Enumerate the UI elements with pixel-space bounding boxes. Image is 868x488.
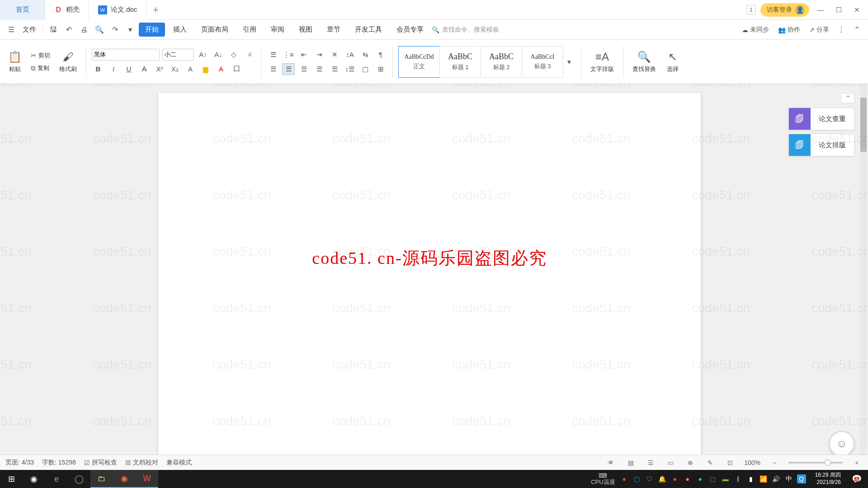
vertical-scrollbar[interactable] xyxy=(860,84,867,470)
battery-icon[interactable]: ▮ xyxy=(746,474,755,483)
file-menu[interactable]: 文件 xyxy=(20,25,39,34)
text-layout-button[interactable]: ≡A文字排版 xyxy=(587,49,618,75)
maximize-button[interactable]: ☐ xyxy=(832,3,845,17)
phonetic-icon[interactable]: ㄨ xyxy=(243,49,255,61)
taskbar-clock[interactable]: 16:29 周四 2021/8/26 xyxy=(811,472,845,486)
dropdown-icon[interactable]: ▾ xyxy=(123,23,137,37)
sync-status[interactable]: ☁未同步 xyxy=(738,26,773,34)
strikethrough-icon[interactable]: A̶ xyxy=(138,63,151,75)
tray-icon[interactable]: ● xyxy=(696,474,705,483)
minimize-button[interactable]: — xyxy=(814,3,827,17)
ime-indicator[interactable]: 中 xyxy=(784,474,793,483)
tray-icon[interactable]: ▬ xyxy=(721,474,730,483)
text-direction-icon[interactable]: ↕A xyxy=(344,49,356,61)
distribute-icon[interactable]: ☰ xyxy=(328,63,341,75)
volume-icon[interactable]: 🔊 xyxy=(772,474,781,483)
justify-icon[interactable]: ☰ xyxy=(313,63,326,75)
tray-icon[interactable]: ● xyxy=(670,474,679,483)
spellcheck-toggle[interactable]: ☑ 拼写检查 xyxy=(84,459,117,467)
text-effect-icon[interactable]: A xyxy=(184,63,197,75)
font-color-icon[interactable]: A xyxy=(215,63,227,75)
paste-button[interactable]: 📋 粘贴 xyxy=(5,49,25,75)
grow-font-icon[interactable]: A↑ xyxy=(197,49,209,61)
menu-devtools[interactable]: 开发工具 xyxy=(349,23,388,37)
align-center-icon[interactable]: ☰ xyxy=(282,63,295,75)
select-button[interactable]: ↖选择 xyxy=(663,49,682,75)
subscript-icon[interactable]: X₂ xyxy=(169,63,181,75)
style-body[interactable]: AaBbCcDd正文 xyxy=(398,46,440,78)
notifications-icon[interactable]: 🔔 xyxy=(658,474,667,483)
tray-icon[interactable]: 🛡 xyxy=(645,474,654,483)
line-spacing-icon[interactable]: ↕☰ xyxy=(344,63,356,75)
close-button[interactable]: ✕ xyxy=(850,3,863,17)
bold-icon[interactable]: B xyxy=(92,63,104,75)
print-icon[interactable]: 🖨 xyxy=(77,23,91,37)
increase-indent-icon[interactable]: ⇥ xyxy=(313,49,326,61)
highlight-icon[interactable]: ▆ xyxy=(199,63,212,75)
underline-icon[interactable]: U xyxy=(123,63,135,75)
command-search[interactable]: 🔍 查找命令、搜索模板 xyxy=(432,26,499,34)
style-heading2[interactable]: AaBbC标题 2 xyxy=(481,46,522,78)
superscript-icon[interactable]: X² xyxy=(153,63,166,75)
markup-icon[interactable]: ✎ xyxy=(704,457,716,469)
zoom-slider[interactable] xyxy=(788,462,843,464)
tab-home[interactable]: 首页 xyxy=(0,0,45,20)
paper-check-button[interactable]: 🗐 论文查重 xyxy=(788,108,854,130)
tray-icon[interactable]: ● xyxy=(620,474,629,483)
menu-view[interactable]: 视图 xyxy=(292,23,319,37)
decrease-indent-icon[interactable]: ⇤ xyxy=(297,49,310,61)
scroll-thumb[interactable] xyxy=(860,98,867,152)
page-view-icon[interactable]: ▤ xyxy=(625,457,637,469)
format-painter-button[interactable]: 🖌 格式刷 xyxy=(56,49,80,75)
sort-icon[interactable]: ✕ xyxy=(328,49,341,61)
document-page[interactable]: code51. cn-源码乐园盗图必究 xyxy=(158,93,701,470)
redo-icon[interactable]: ↷ xyxy=(108,23,122,37)
taskbar-app-1[interactable]: ◉ xyxy=(23,470,45,488)
menu-chapter[interactable]: 章节 xyxy=(321,23,347,37)
zoom-in-icon[interactable]: + xyxy=(851,457,863,469)
menu-review[interactable]: 审阅 xyxy=(264,23,291,37)
cpu-temp[interactable]: ⌨ CPU温度 xyxy=(591,473,615,486)
assistant-fab[interactable]: ☺ xyxy=(829,431,854,456)
bullets-icon[interactable]: ☰ xyxy=(267,49,279,61)
taskbar-app-2[interactable]: ◉ xyxy=(113,470,136,488)
italic-icon[interactable]: I xyxy=(107,63,120,75)
new-tab-button[interactable]: + xyxy=(146,4,165,16)
zoom-knob[interactable] xyxy=(825,460,831,466)
menu-references[interactable]: 引用 xyxy=(236,23,263,37)
cut-button[interactable]: ✂剪切 xyxy=(29,51,52,61)
page-indicator[interactable]: 页面: 4/33 xyxy=(5,459,34,467)
tab-icon[interactable]: ⇆ xyxy=(359,49,372,61)
tray-icon[interactable]: Q xyxy=(797,474,806,483)
wps-icon[interactable]: W xyxy=(136,470,158,488)
panel-collapse-icon[interactable]: ⌃ xyxy=(841,93,854,103)
font-name-select[interactable] xyxy=(92,49,160,61)
zoom-out-icon[interactable]: − xyxy=(769,457,780,469)
style-heading3[interactable]: AaBbCcI标题 3 xyxy=(522,46,563,78)
tray-icon[interactable]: ▢ xyxy=(632,474,642,483)
doc-proof-toggle[interactable]: ☒ 文档校对 xyxy=(125,459,158,467)
window-count-badge[interactable]: 1 xyxy=(746,5,756,14)
menu-page-layout[interactable]: 页面布局 xyxy=(195,23,235,37)
style-heading1[interactable]: AaBbC标题 1 xyxy=(439,46,481,78)
ie-icon[interactable]: e xyxy=(45,470,68,488)
eye-care-icon[interactable]: 👁 xyxy=(605,457,617,469)
numbering-icon[interactable]: ⋮≡ xyxy=(282,49,295,61)
tab-document[interactable]: W 论文.doc xyxy=(89,0,146,20)
collab-button[interactable]: 👥协作 xyxy=(774,26,804,34)
guest-login[interactable]: 访客登录 👤 xyxy=(760,3,809,17)
tray-icon[interactable]: ● xyxy=(683,474,692,483)
menu-start[interactable]: 开始 xyxy=(139,23,165,37)
shrink-font-icon[interactable]: A↓ xyxy=(212,49,225,61)
web-view-icon[interactable]: ⊕ xyxy=(684,457,696,469)
align-left-icon[interactable]: ☰ xyxy=(267,63,279,75)
borders-icon[interactable]: ⊞ xyxy=(374,63,387,75)
font-size-select[interactable] xyxy=(162,49,194,61)
show-marks-icon[interactable]: ¶ xyxy=(374,49,387,61)
menu-insert[interactable]: 插入 xyxy=(167,23,193,37)
char-border-icon[interactable]: 囗 xyxy=(230,63,243,75)
align-right-icon[interactable]: ☰ xyxy=(297,63,310,75)
reading-view-icon[interactable]: ▭ xyxy=(665,457,676,469)
undo-icon[interactable]: ↶ xyxy=(62,23,75,37)
clear-format-icon[interactable]: ◇ xyxy=(227,49,240,61)
